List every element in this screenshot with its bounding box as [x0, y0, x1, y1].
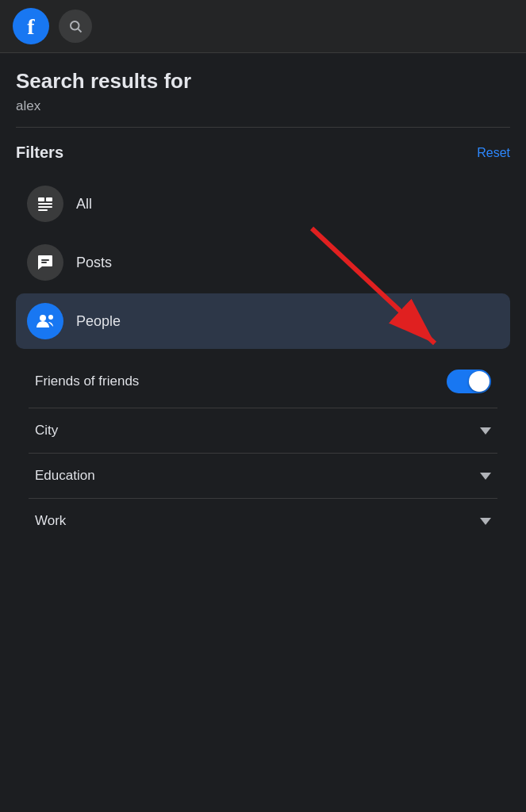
- svg-rect-7: [41, 259, 49, 261]
- people-icon-circle: [27, 303, 63, 339]
- search-button[interactable]: [59, 10, 92, 43]
- filter-item-all[interactable]: All: [16, 176, 510, 232]
- filters-title: Filters: [16, 144, 63, 162]
- city-label: City: [35, 423, 58, 439]
- education-label: Education: [35, 468, 95, 484]
- sub-filters: Friends of friends City Education Work: [16, 355, 510, 543]
- work-dropdown-arrow: [480, 518, 491, 525]
- toggle-thumb: [469, 371, 490, 392]
- main-content: Search results for alex Filters Reset Al…: [0, 53, 526, 543]
- filter-posts-label: Posts: [76, 255, 112, 271]
- svg-line-1: [78, 29, 81, 32]
- filter-item-people[interactable]: People: [16, 293, 510, 349]
- search-query-text: alex: [16, 98, 510, 114]
- filter-item-posts[interactable]: Posts: [16, 235, 510, 290]
- filter-all-label: All: [76, 196, 92, 213]
- posts-icon: [36, 253, 55, 272]
- facebook-logo: f: [13, 8, 49, 44]
- search-results-title: Search results for: [16, 69, 510, 94]
- section-divider: [16, 127, 510, 128]
- filters-header: Filters Reset: [16, 144, 510, 162]
- reset-button[interactable]: Reset: [477, 146, 510, 160]
- svg-rect-3: [38, 203, 52, 205]
- work-filter[interactable]: Work: [29, 499, 497, 543]
- education-dropdown-arrow: [480, 473, 491, 480]
- friends-of-friends-label: Friends of friends: [35, 373, 139, 389]
- svg-rect-4: [38, 206, 52, 208]
- svg-rect-6: [46, 197, 52, 201]
- friends-of-friends-filter[interactable]: Friends of friends: [29, 355, 497, 408]
- people-icon: [35, 312, 56, 330]
- posts-icon-circle: [27, 244, 63, 281]
- header: f: [0, 0, 526, 53]
- city-dropdown-arrow: [480, 427, 491, 435]
- svg-point-10: [48, 315, 53, 320]
- education-filter[interactable]: Education: [29, 454, 497, 499]
- friends-of-friends-toggle[interactable]: [447, 370, 491, 393]
- svg-point-9: [40, 315, 46, 321]
- svg-rect-2: [38, 197, 44, 201]
- toggle-track: [447, 370, 491, 393]
- search-icon: [68, 19, 83, 33]
- svg-point-0: [71, 21, 79, 30]
- svg-rect-5: [38, 209, 48, 211]
- svg-rect-8: [41, 262, 47, 263]
- filter-people-label: People: [76, 313, 121, 330]
- sub-filters-container: Friends of friends City Education Work: [16, 355, 510, 543]
- all-icon: [36, 194, 55, 213]
- work-label: Work: [35, 513, 66, 529]
- city-filter[interactable]: City: [29, 408, 497, 454]
- facebook-logo-letter: f: [27, 16, 34, 38]
- all-icon-circle: [27, 186, 63, 222]
